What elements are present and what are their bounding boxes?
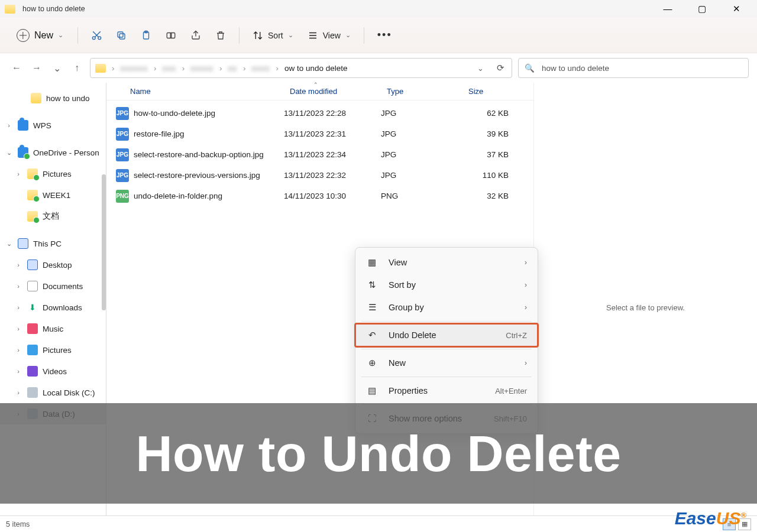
address-dropdown[interactable]: ⌄ [474,64,487,73]
sidebar-item-onedrive[interactable]: ⌄OneDrive - Person [0,142,106,163]
titlebar: how to undo delete — ▢ ✕ [0,0,757,18]
file-row[interactable]: PNGundo-delete-in-folder.png14/11/2023 1… [106,186,533,206]
file-name: undo-delete-in-folder.png [134,192,284,200]
forward-button[interactable]: → [30,61,44,75]
jpg-icon: JPG [116,107,129,120]
file-size: 32 KB [462,192,516,200]
sidebar-item-docs-cn[interactable]: 文档 [0,206,106,227]
file-modified: 13/11/2023 22:31 [284,129,381,138]
sidebar-item-documents[interactable]: ›Documents [0,275,106,297]
sidebar-item-videos[interactable]: ›Videos [0,361,106,382]
file-row[interactable]: JPGrestore-file.jpg13/11/2023 22:31JPG39… [106,124,533,144]
file-modified: 13/11/2023 22:28 [284,109,381,118]
maximize-button[interactable]: ▢ [693,4,711,14]
ctx-properties[interactable]: ▤PropertiesAlt+Enter [355,379,538,402]
new-button[interactable]: New ⌄ [11,25,69,46]
pc-icon [18,238,28,249]
ctx-sortby[interactable]: ⇅Sort by› [355,274,538,296]
chevron-right-icon: › [525,359,527,367]
sidebar-item-desktop[interactable]: ›Desktop [0,254,106,275]
file-name: select-restore-and-backup-option.jpg [134,150,284,159]
music-icon [27,323,38,334]
chevron-right-icon: › [525,303,527,312]
copy-button[interactable] [111,25,131,46]
plus-icon [17,29,30,42]
file-row[interactable]: JPGselect-restore-and-backup-option.jpg1… [106,144,533,165]
search-box[interactable]: 🔍 [518,58,749,78]
disk-icon [27,387,38,398]
jpg-icon: JPG [116,148,129,161]
window-title: how to undo delete [22,5,85,13]
chevron-down-icon: ⌄ [345,31,351,39]
sort-icon: ⇅ [366,280,378,290]
svg-rect-3 [118,32,123,37]
up-button[interactable]: ↑ [70,61,84,75]
scrollbar-thumb[interactable] [102,174,106,310]
file-name: restore-file.jpg [134,129,284,138]
recent-button[interactable]: ⌄ [50,61,64,75]
sidebar-item-pictures-od[interactable]: ›Pictures [0,163,106,184]
search-icon: 🔍 [525,63,535,73]
sort-button[interactable]: Sort ⌄ [248,28,298,43]
rename-button[interactable] [161,25,181,46]
close-button[interactable]: ✕ [727,4,745,14]
col-size[interactable]: Size [462,87,516,96]
file-size: 37 KB [462,150,516,159]
properties-icon: ▤ [366,386,378,395]
file-size: 62 KB [462,109,516,118]
cut-button[interactable] [86,25,106,46]
sidebar-item-music[interactable]: ›Music [0,318,106,339]
sidebar-item-thispc[interactable]: ⌄This PC [0,233,106,254]
file-type: PNG [381,192,462,200]
folder-icon [5,5,15,14]
grid-icon: ▦ [366,258,378,267]
file-type: JPG [381,129,462,138]
sidebar-current-folder[interactable]: how to undo [0,87,106,109]
ctx-view[interactable]: ▦View› [355,251,538,274]
view-button[interactable]: View ⌄ [303,28,355,43]
file-name: select-restore-previous-versions.jpg [134,171,284,180]
chevron-right-icon: › [525,258,527,267]
sidebar-item-pictures[interactable]: ›Pictures [0,339,106,361]
preview-placeholder: Select a file to preview. [606,303,685,312]
share-button[interactable] [186,25,206,46]
ctx-new[interactable]: ⊕New› [355,352,538,374]
minimize-button[interactable]: — [659,4,677,14]
address-bar[interactable]: ›xxxxxx ›xxx ›xxxxx ›xx ›xxxx › ow to un… [90,58,512,78]
more-button[interactable]: ••• [373,29,397,41]
view-label: View [323,31,341,40]
sidebar-item-downloads[interactable]: ›⬇Downloads [0,297,106,318]
sidebar-item-week1[interactable]: WEEK1 [0,184,106,206]
refresh-button[interactable]: ⟳ [493,63,508,73]
file-type: JPG [381,171,462,180]
ctx-groupby[interactable]: ☰Group by› [355,296,538,319]
ctx-undo-delete[interactable]: ↶Undo DeleteCtrl+Z [355,324,538,346]
search-input[interactable] [541,63,742,73]
file-type: JPG [381,109,462,118]
chevron-right-icon: › [525,281,527,289]
list-icon: ☰ [366,303,378,312]
file-name: how-to-undo-delete.jpg [134,109,284,118]
sort-icon [253,30,263,41]
file-row[interactable]: JPGhow-to-undo-delete.jpg13/11/2023 22:2… [106,103,533,124]
back-button[interactable]: ← [9,61,24,75]
file-row[interactable]: JPGselect-restore-previous-versions.jpg1… [106,165,533,186]
onedrive-icon [18,147,28,158]
chevron-down-icon: ⌄ [58,31,63,39]
status-bar: 5 items ≡ ▦ [0,515,757,532]
chevron-down-icon: ⌄ [288,31,293,39]
status-text: 5 items [6,520,30,528]
paste-button[interactable] [136,25,156,46]
col-modified[interactable]: Date modified [284,87,381,96]
plus-icon: ⊕ [366,358,378,368]
sidebar-item-wps[interactable]: ›WPS [0,115,106,136]
sidebar-item-diskc[interactable]: ›Local Disk (C:) [0,382,106,403]
delete-button[interactable] [211,25,231,46]
file-size: 39 KB [462,129,516,138]
column-headers: Name Date modified Type Size [106,83,533,100]
undo-icon: ↶ [366,330,378,340]
col-name[interactable]: Name [106,87,284,96]
col-type[interactable]: Type [381,87,462,96]
file-modified: 13/11/2023 22:34 [284,150,381,159]
jpg-icon: JPG [116,128,129,141]
